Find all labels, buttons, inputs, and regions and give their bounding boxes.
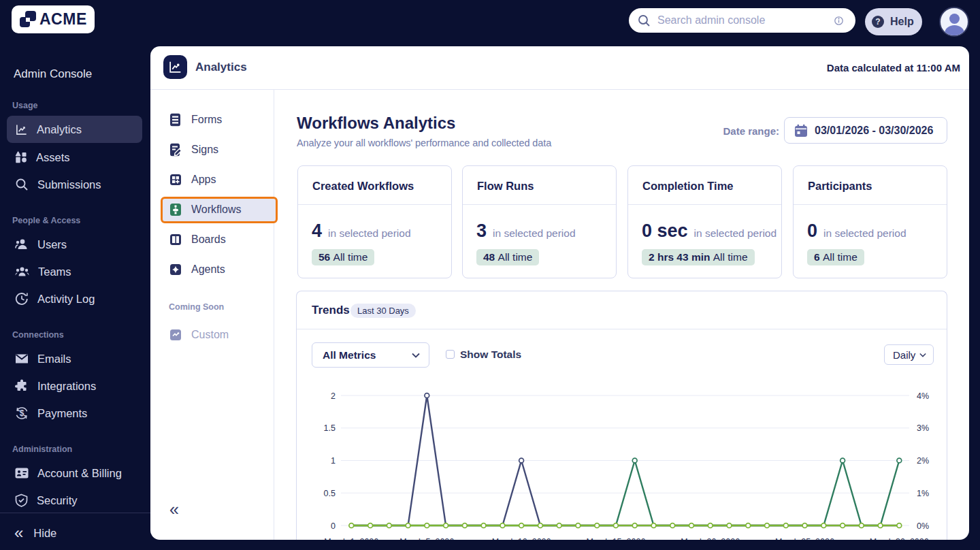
svg-text:1: 1 bbox=[331, 456, 336, 466]
svg-text:March 1, 2026: March 1, 2026 bbox=[324, 537, 378, 540]
svg-text:2: 2 bbox=[331, 391, 336, 401]
svg-text:4%: 4% bbox=[917, 391, 929, 401]
svg-text:0: 0 bbox=[331, 521, 336, 531]
svg-text:March 10, 2026: March 10, 2026 bbox=[492, 537, 551, 540]
svg-text:March 25, 2026: March 25, 2026 bbox=[775, 537, 834, 540]
svg-text:$: $ bbox=[20, 408, 24, 418]
svg-text:1%: 1% bbox=[917, 489, 929, 498]
svg-text:March 5, 2026: March 5, 2026 bbox=[399, 537, 454, 540]
svg-text:3%: 3% bbox=[917, 423, 929, 433]
svg-text:March 20, 2026: March 20, 2026 bbox=[681, 537, 740, 540]
svg-text:2%: 2% bbox=[917, 456, 929, 466]
svg-text:March 15, 2026: March 15, 2026 bbox=[586, 537, 645, 540]
svg-text:March 30, 2026: March 30, 2026 bbox=[870, 537, 929, 540]
svg-text:0.5: 0.5 bbox=[324, 489, 336, 498]
svg-text:0%: 0% bbox=[917, 521, 929, 531]
svg-text:1.5: 1.5 bbox=[324, 423, 336, 433]
